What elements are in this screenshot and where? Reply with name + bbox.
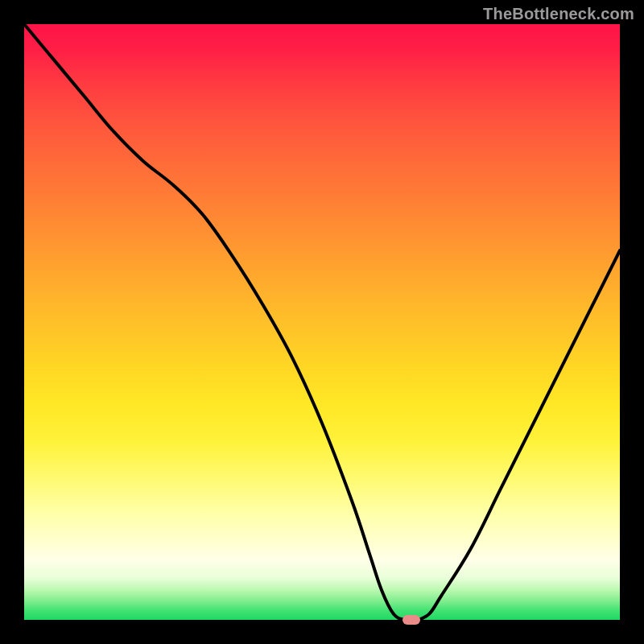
bottleneck-curve [24,24,620,620]
chart-frame: TheBottleneck.com [0,0,644,644]
watermark-text: TheBottleneck.com [483,5,634,23]
plot-area [24,24,620,620]
optimal-marker [402,615,420,625]
curve-path [24,24,620,620]
